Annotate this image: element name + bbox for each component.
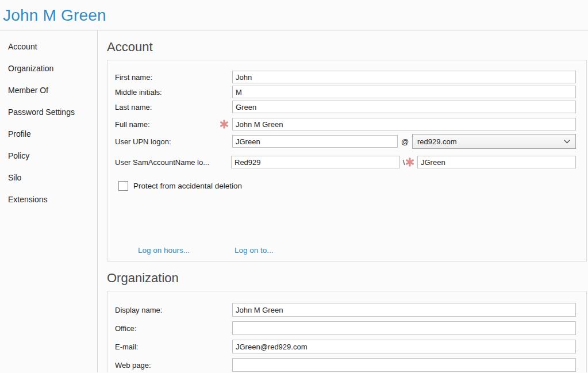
account-section-title: Account: [107, 39, 587, 55]
sidebar-item-account[interactable]: Account: [0, 36, 97, 57]
display-name-input[interactable]: [232, 303, 576, 317]
last-name-label: Last name:: [115, 103, 217, 111]
log-on-hours-link[interactable]: Log on hours...: [138, 246, 190, 255]
email-label: E-mail:: [115, 343, 232, 351]
full-name-label: Full name:: [115, 120, 217, 129]
middle-initials-label: Middle initials:: [115, 88, 217, 97]
upn-at-separator: @: [398, 137, 412, 146]
sam-account-name-label: User SamAccountName lo...: [115, 158, 231, 167]
display-name-row: Display name:: [115, 301, 576, 319]
sidebar: Account Organization Member Of Password …: [0, 30, 98, 372]
organization-section-title: Organization: [107, 270, 587, 286]
organization-groupbox: Display name: Office: E-mail: Web page:: [107, 291, 587, 372]
title-bar: John M Green: [0, 0, 588, 30]
email-input[interactable]: [232, 340, 576, 353]
main-panel: Account First name: Middle initials: Las…: [98, 30, 588, 372]
web-page-label: Web page:: [115, 361, 232, 370]
log-on-to-link[interactable]: Log on to...: [235, 246, 274, 255]
office-input[interactable]: [232, 321, 576, 335]
web-page-row: Web page:: [115, 356, 576, 372]
sidebar-item-profile[interactable]: Profile: [0, 123, 97, 145]
web-page-input[interactable]: [232, 358, 576, 372]
sidebar-item-policy[interactable]: Policy: [0, 145, 97, 167]
sidebar-item-password-settings[interactable]: Password Settings: [0, 101, 97, 123]
sidebar-item-organization[interactable]: Organization: [0, 57, 97, 79]
sam-domain-input[interactable]: [231, 156, 400, 168]
chevron-down-icon: [564, 140, 570, 144]
required-asterisk-icon: [405, 157, 414, 167]
sam-logon-input[interactable]: [417, 156, 576, 168]
upn-logon-label: User UPN logon:: [115, 137, 217, 146]
display-name-label: Display name:: [115, 306, 232, 314]
upn-domain-select[interactable]: red929.com: [412, 134, 576, 149]
middle-initials-input[interactable]: [232, 86, 576, 98]
last-name-row: Last name:: [115, 99, 576, 114]
office-row: Office:: [115, 319, 576, 337]
sidebar-item-extensions[interactable]: Extensions: [0, 189, 97, 210]
middle-initials-row: Middle initials:: [115, 84, 576, 99]
first-name-input[interactable]: [232, 71, 576, 83]
sidebar-item-member-of[interactable]: Member Of: [0, 79, 97, 101]
sidebar-item-silo[interactable]: Silo: [0, 167, 97, 189]
page-title: John M Green: [3, 5, 588, 26]
protect-deletion-row: Protect from accidental deletion: [115, 181, 576, 191]
upn-logon-row: User UPN logon: @ red929.com: [115, 134, 576, 149]
upn-domain-value: red929.com: [417, 137, 457, 146]
last-name-input[interactable]: [232, 101, 576, 113]
protect-deletion-label: Protect from accidental deletion: [133, 182, 242, 190]
full-name-input[interactable]: [232, 118, 576, 130]
sam-backslash-separator: \: [403, 158, 405, 167]
office-label: Office:: [115, 324, 232, 333]
email-row: E-mail:: [115, 337, 576, 356]
full-name-row: Full name:: [115, 117, 576, 132]
upn-logon-input[interactable]: [232, 135, 398, 148]
account-groupbox: First name: Middle initials: Last name: …: [107, 60, 587, 262]
user-properties-window: John M Green Account Organization Member…: [0, 0, 588, 373]
first-name-label: First name:: [115, 73, 217, 82]
first-name-row: First name:: [115, 70, 576, 84]
required-asterisk-icon: [220, 120, 229, 129]
protect-deletion-checkbox[interactable]: [118, 181, 128, 191]
sam-account-name-row: User SamAccountName lo... \: [115, 155, 576, 170]
